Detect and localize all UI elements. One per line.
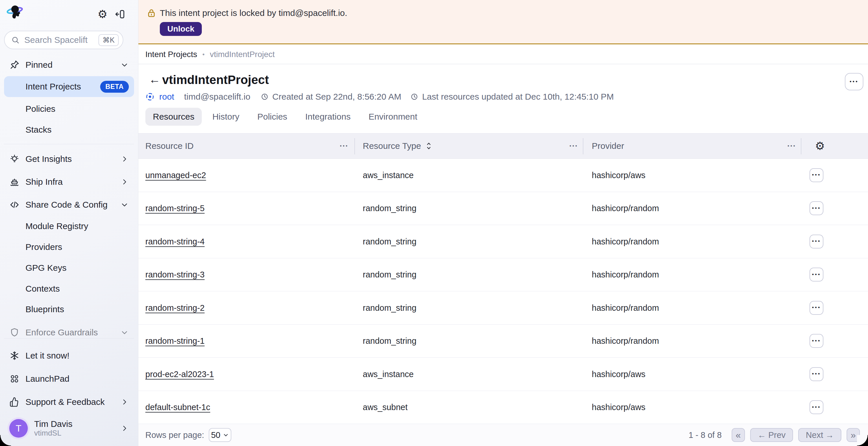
project-meta: root timd@spacelift.io Created at Sep 22… — [145, 91, 618, 102]
chevron-right-icon — [120, 178, 129, 186]
resource-id-link[interactable]: prod-ec2-al2023-1 — [145, 369, 214, 379]
table-body: unmanaged-ec2 aws_instance hashicorp/aws… — [138, 159, 868, 424]
row-actions-button[interactable] — [809, 301, 824, 315]
project-actions-button[interactable] — [845, 73, 863, 90]
row-actions-button[interactable] — [809, 168, 824, 182]
provider-cell: hashicorp/random — [592, 270, 659, 279]
prev-page-button[interactable]: ← Prev — [750, 428, 793, 442]
sidebar-item-launchpad[interactable]: LaunchPad — [4, 368, 134, 389]
resource-id-link[interactable]: default-subnet-1c — [145, 403, 210, 412]
spacelift-logo-icon[interactable] — [5, 4, 26, 23]
ship-icon — [9, 177, 20, 187]
table-row: random-string-5 random_string hashicorp/… — [138, 192, 868, 225]
column-menu-button[interactable] — [340, 133, 349, 158]
pin-icon — [9, 60, 20, 70]
page-size-value: 50 — [211, 430, 220, 440]
tab-policies[interactable]: Policies — [250, 108, 295, 126]
search-placeholder: Search Spacelift — [24, 35, 98, 45]
column-divider — [354, 138, 355, 154]
ellipsis-icon — [812, 172, 821, 178]
row-actions-button[interactable] — [809, 268, 824, 281]
sidebar-item-label: Module Registry — [26, 221, 88, 231]
resource-id-link[interactable]: random-string-5 — [145, 204, 205, 213]
provider-cell: hashicorp/aws — [592, 403, 645, 412]
sidebar-item-label: Enforce Guardrails — [26, 328, 98, 337]
sidebar-item-support-feedback[interactable]: Support & Feedback — [4, 391, 134, 412]
window-corner — [0, 435, 11, 446]
row-actions-button[interactable] — [809, 400, 824, 414]
resource-type-cell: random_string — [363, 270, 416, 279]
row-actions-button[interactable] — [809, 235, 824, 248]
sidebar-item-label: LaunchPad — [26, 374, 69, 384]
tab-environment[interactable]: Environment — [361, 108, 425, 126]
tab-resources[interactable]: Resources — [145, 108, 202, 126]
provider-cell: hashicorp/aws — [592, 170, 645, 180]
sidebar-section-enforce-guardrails[interactable]: Enforce Guardrails — [4, 322, 134, 343]
sidebar-item-policies[interactable]: Policies — [4, 98, 134, 119]
sidebar-item-stacks[interactable]: Stacks — [4, 119, 134, 140]
sidebar-section-pinned[interactable]: Pinned — [4, 55, 134, 75]
grid-dots-icon — [9, 374, 20, 384]
resource-id-link[interactable]: random-string-1 — [145, 336, 205, 346]
resource-id-link[interactable]: unmanaged-ec2 — [145, 170, 206, 180]
sidebar-item-module-registry[interactable]: Module Registry — [4, 216, 134, 237]
tab-integrations[interactable]: Integrations — [298, 108, 358, 126]
space-link[interactable]: root — [159, 92, 174, 102]
provider-cell: hashicorp/random — [592, 303, 659, 313]
ellipsis-icon — [812, 404, 821, 410]
table-settings-gear-icon[interactable]: ⚙ — [815, 141, 825, 151]
last-updated: Last resources updated at Dec 10th, 12:4… — [422, 92, 614, 102]
sidebar-section-get-insights[interactable]: Get Insights — [4, 149, 134, 170]
settings-gear-icon[interactable]: ⚙ — [98, 9, 107, 20]
next-page-button[interactable]: Next → — [798, 428, 841, 442]
sidebar-item-label: Get Insights — [26, 154, 72, 164]
sidebar-item-label: GPG Keys — [26, 263, 67, 273]
sidebar-section-ship-infra[interactable]: Ship Infra — [4, 172, 134, 192]
resource-id-link[interactable]: random-string-2 — [145, 303, 205, 313]
resource-id-link[interactable]: random-string-3 — [145, 270, 205, 279]
column-divider — [583, 138, 583, 154]
row-actions-button[interactable] — [809, 201, 824, 215]
row-actions-button[interactable] — [809, 367, 824, 381]
page-size-select[interactable]: 50 — [209, 428, 231, 442]
sidebar-item-let-it-snow[interactable]: Let it snow! — [4, 345, 134, 366]
sidebar-item-intent-projects[interactable]: Intent Projects BETA — [4, 76, 134, 97]
breadcrumb-separator: • — [203, 51, 205, 58]
sort-icon[interactable] — [425, 141, 433, 151]
sidebar-item-label: Pinned — [26, 60, 53, 70]
sidebar-item-gpg-keys[interactable]: GPG Keys — [4, 258, 134, 278]
clock-icon — [410, 92, 418, 101]
chevron-right-icon — [120, 398, 129, 406]
breadcrumb-parent[interactable]: Intent Projects — [145, 50, 197, 59]
tab-history[interactable]: History — [205, 108, 247, 126]
ellipsis-icon — [812, 205, 821, 211]
user-menu[interactable]: T Tim Davis vtimdSL — [4, 417, 134, 440]
sidebar-section-share-code-config[interactable]: Share Code & Config — [4, 194, 134, 215]
rows-per-page-label: Rows per page: — [145, 430, 204, 440]
column-menu-button[interactable] — [569, 133, 578, 158]
column-label: Resource Type — [363, 141, 421, 151]
window-corner — [857, 435, 868, 446]
sidebar-divider — [4, 338, 134, 338]
resource-id-link[interactable]: random-string-4 — [145, 237, 205, 246]
beta-badge: BETA — [100, 81, 129, 93]
pagination-range: 1 - 8 of 8 — [688, 430, 721, 440]
sidebar-item-label: Blueprints — [26, 304, 64, 314]
sidebar-item-label: Stacks — [26, 125, 52, 135]
row-actions-button[interactable] — [809, 334, 824, 348]
ellipsis-icon — [850, 79, 859, 85]
table-row: random-string-2 random_string hashicorp/… — [138, 291, 868, 325]
sidebar-item-contexts[interactable]: Contexts — [4, 278, 134, 299]
back-button[interactable]: ← — [149, 73, 160, 85]
chevron-down-icon — [120, 200, 129, 209]
sidebar-item-providers[interactable]: Providers — [4, 237, 134, 258]
column-resource-type[interactable]: Resource Type — [363, 133, 433, 158]
ellipsis-icon — [787, 143, 796, 149]
sidebar-item-blueprints[interactable]: Blueprints — [4, 299, 134, 320]
unlock-button[interactable]: Unlock — [160, 22, 202, 36]
chevron-right-icon — [120, 424, 129, 433]
first-page-button[interactable]: « — [732, 428, 745, 442]
collapse-sidebar-icon[interactable] — [115, 9, 125, 20]
search-input[interactable]: Search Spacelift ⌘K — [4, 31, 123, 49]
column-menu-button[interactable] — [787, 133, 796, 158]
